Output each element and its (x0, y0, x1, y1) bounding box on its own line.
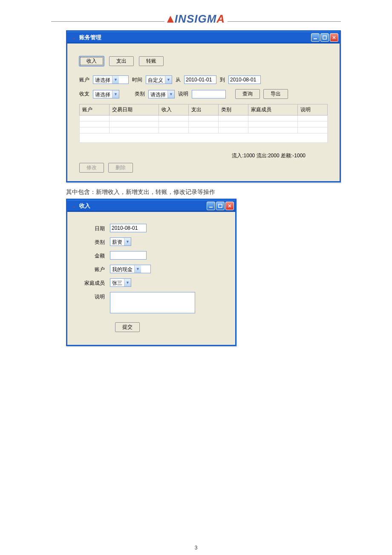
svg-rect-3 (219, 204, 222, 208)
table-header[interactable]: 类别 (219, 104, 248, 116)
note-label: 说明 (178, 90, 188, 98)
table-row[interactable] (80, 133, 328, 143)
category-label: 类别 (135, 90, 145, 98)
time-select[interactable]: 自定义▼ (146, 75, 172, 84)
svg-rect-0 (314, 38, 317, 39)
category-select-2[interactable]: 薪资▼ (110, 237, 131, 246)
window-title-2: 收入 (79, 202, 207, 210)
to-label: 到 (220, 76, 225, 84)
table-header[interactable]: 账户 (80, 104, 110, 116)
window-accounts: 账务管理 收入 支出 转账 账户 请选择▼ 时间 自定义▼ 从 到 (66, 30, 341, 182)
summary-text: 流入:1000 流出:2000 差额:-1000 (79, 152, 306, 159)
account-label: 账户 (79, 76, 89, 84)
svg-rect-2 (209, 207, 213, 208)
note-textarea[interactable] (110, 292, 195, 313)
table-row[interactable] (80, 116, 328, 121)
window-title: 账务管理 (79, 34, 311, 41)
maximize-button-2[interactable] (216, 202, 225, 210)
account-select[interactable]: 请选择▼ (93, 75, 129, 84)
delete-button[interactable]: 删除 (108, 163, 133, 173)
to-input[interactable] (228, 75, 261, 84)
titlebar[interactable]: 账务管理 (67, 32, 340, 43)
logo: INSIGMA (164, 12, 228, 26)
amount-label: 金额 (76, 251, 110, 260)
query-button[interactable]: 查询 (235, 89, 260, 99)
table-header[interactable]: 说明 (297, 104, 327, 116)
export-button[interactable]: 导出 (263, 89, 288, 99)
time-label: 时间 (132, 76, 142, 84)
close-button[interactable] (330, 33, 338, 42)
note-input[interactable] (192, 90, 226, 98)
close-button-2[interactable] (225, 202, 234, 210)
account-select-2[interactable]: 我的现金▼ (110, 265, 151, 273)
minimize-button-2[interactable] (207, 202, 215, 210)
note-label-2: 说明 (76, 292, 110, 301)
results-table: 账户交易日期收入支出类别家庭成员说明 (79, 104, 328, 143)
table-row[interactable] (80, 127, 328, 133)
maximize-button[interactable] (320, 33, 329, 42)
date-label: 日期 (76, 224, 110, 232)
window-income: 收入 日期 类别 薪资▼ 金额 账户 我的现金▼ (66, 199, 236, 346)
inout-select[interactable]: 请选择▼ (93, 90, 119, 98)
category-label-2: 类别 (76, 237, 110, 246)
page-number: 3 (0, 545, 392, 551)
table-header[interactable]: 交易日期 (110, 104, 159, 116)
date-input[interactable] (110, 224, 147, 232)
account-label-2: 账户 (76, 265, 110, 273)
transfer-button[interactable]: 转账 (139, 56, 164, 66)
submit-button[interactable]: 提交 (115, 322, 140, 332)
svg-rect-1 (323, 36, 326, 39)
amount-input[interactable] (110, 251, 147, 260)
table-header[interactable]: 收入 (159, 104, 188, 116)
table-header[interactable]: 家庭成员 (248, 104, 298, 116)
member-select[interactable]: 张三▼ (110, 278, 131, 287)
titlebar-2[interactable]: 收入 (67, 200, 235, 212)
from-label: 从 (176, 76, 181, 84)
income-button[interactable]: 收入 (79, 56, 104, 66)
member-label: 家庭成员 (76, 278, 110, 287)
expense-button[interactable]: 支出 (109, 56, 134, 66)
java-icon (71, 34, 78, 41)
table-header[interactable]: 支出 (188, 104, 218, 116)
caption-text: 其中包含：新增收入，新增支出，转账，修改记录等操作 (66, 188, 392, 196)
category-select[interactable]: 请选择▼ (148, 90, 175, 98)
minimize-button[interactable] (311, 33, 320, 42)
from-input[interactable] (184, 75, 216, 84)
inout-label: 收支 (79, 90, 89, 98)
java-icon (71, 202, 78, 209)
table-row[interactable] (80, 121, 328, 127)
edit-button[interactable]: 修改 (79, 163, 104, 173)
